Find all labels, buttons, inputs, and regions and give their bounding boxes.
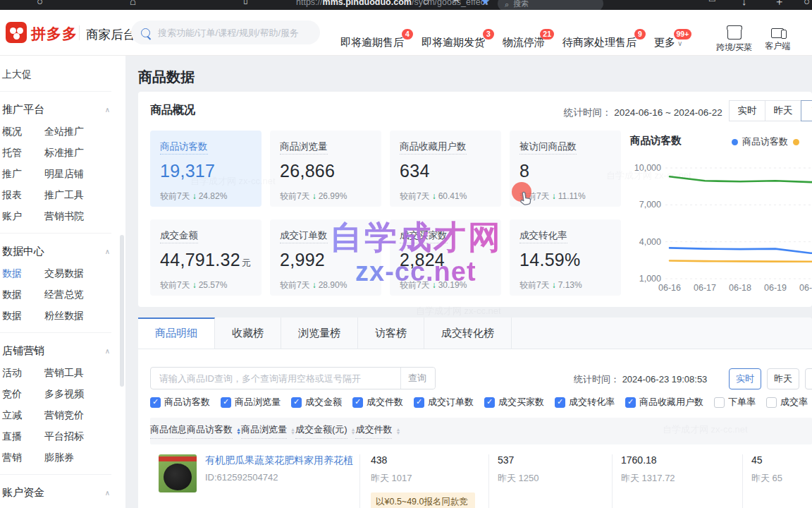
- browser-search-pill[interactable]: ⌕搜索: [498, 0, 603, 10]
- header-nav-item[interactable]: 更多∨ 99+: [654, 36, 682, 49]
- sidebar-item-left[interactable]: 数据: [2, 305, 44, 326]
- table-header-cell[interactable]: 成交件数 ▲▼: [355, 418, 400, 445]
- browser-profile-icon[interactable]: ○: [804, 0, 810, 7]
- sidebar-item-left[interactable]: 报表: [2, 184, 44, 205]
- product-title-link[interactable]: 有机肥瓜果蔬菜花肥料家用养花植...: [205, 454, 353, 467]
- metric-checkbox-item[interactable]: 成交订单数: [414, 395, 474, 409]
- sidebar-item-right[interactable]: 交易数据: [44, 262, 125, 284]
- header-nav-item[interactable]: 待商家处理售后 9: [562, 36, 636, 49]
- period-button[interactable]: 7天: [805, 368, 812, 389]
- period-button[interactable]: 7天: [801, 100, 812, 121]
- stat-card[interactable]: 商品访客数 19,317 较前7天↓24.82%: [150, 131, 262, 207]
- period-button[interactable]: 昨天: [765, 100, 801, 121]
- sidebar-item-right[interactable]: 推广工具: [44, 184, 125, 205]
- legend-item[interactable]: [793, 139, 804, 145]
- browser-extension-icon[interactable]: ○: [423, 0, 429, 7]
- sort-caret-icon[interactable]: ▲▼: [395, 428, 400, 435]
- detail-tab[interactable]: 浏览量榜: [281, 318, 358, 349]
- stat-card[interactable]: 成交订单数 2,992 较前7天↓28.90%: [270, 219, 381, 296]
- sidebar-item-right[interactable]: 营销书院: [44, 205, 125, 226]
- stat-card[interactable]: 成交金额 44,791.32元 较前7天↓25.57%: [150, 219, 262, 296]
- sidebar-item-left[interactable]: 直播: [2, 425, 44, 447]
- product-id-search-input[interactable]: [150, 367, 436, 389]
- table-header-cell[interactable]: 成交金额(元) ▲▼: [295, 418, 356, 445]
- checkbox-icon[interactable]: [291, 397, 302, 408]
- sidebar-scrollbar[interactable]: [120, 235, 124, 387]
- checkbox-icon[interactable]: [221, 397, 231, 408]
- metric-checkbox-item[interactable]: 成交率: [766, 395, 808, 409]
- browser-home-icon[interactable]: ⌂: [130, 0, 136, 7]
- sidebar-item-right[interactable]: 标准推广: [44, 142, 125, 163]
- sidebar-section-title[interactable]: 推广平台 ∧: [2, 98, 125, 121]
- quick-item-crossborder[interactable]: 跨境/买菜: [716, 25, 752, 54]
- header-search[interactable]: [131, 20, 320, 44]
- table-header-cell[interactable]: 商品信息: [150, 418, 187, 445]
- sidebar-item-right[interactable]: 营销工具: [44, 362, 125, 383]
- checkbox-icon[interactable]: [352, 397, 363, 408]
- sidebar-item-right[interactable]: 膨胀券: [44, 447, 125, 468]
- sidebar-item-right[interactable]: 经营总览: [44, 284, 125, 305]
- quick-item-client[interactable]: 客户端: [763, 25, 792, 54]
- table-header-cell[interactable]: 商品浏览量 ▲▼: [241, 418, 295, 445]
- sidebar-item-right[interactable]: 营销竞价: [44, 404, 125, 425]
- sidebar-item-left[interactable]: 推广: [2, 163, 44, 184]
- detail-tab[interactable]: 访客榜: [358, 318, 424, 349]
- header-search-input[interactable]: [156, 27, 310, 39]
- period-button[interactable]: 实时: [729, 368, 761, 389]
- chevron-up-icon[interactable]: ∧: [105, 248, 110, 255]
- metric-checkbox-item[interactable]: 成交买家数: [484, 395, 544, 409]
- header-nav-item[interactable]: 即将逾期售后 4: [340, 36, 404, 49]
- stat-card[interactable]: 成交买家数 2,824 较前7天↓30.19%: [390, 219, 501, 296]
- checkbox-icon[interactable]: [150, 397, 161, 408]
- metric-checkbox-item[interactable]: 商品浏览量: [221, 395, 281, 409]
- checkbox-icon[interactable]: [484, 397, 495, 408]
- sidebar-item-left[interactable]: 竞价: [2, 383, 44, 404]
- checkbox-icon[interactable]: [625, 397, 636, 408]
- chevron-up-icon[interactable]: ∧: [105, 489, 110, 497]
- quick-item-rules[interactable]: 规: [803, 25, 812, 54]
- sidebar-item-left[interactable]: 托管: [2, 142, 44, 163]
- metric-checkbox-item[interactable]: 成交转化率: [555, 395, 615, 409]
- detail-tab[interactable]: 成交转化榜: [424, 318, 512, 349]
- legend-item[interactable]: 商品访客数: [732, 135, 788, 148]
- detail-tab[interactable]: 收藏榜: [215, 318, 281, 349]
- promo-tag[interactable]: 以¥0.5~49.0报名同款竞价: [371, 492, 475, 508]
- sidebar-item-left[interactable]: 账户: [2, 205, 44, 226]
- sidebar-section-title[interactable]: 账户资金 ∧: [2, 481, 125, 504]
- period-button[interactable]: 昨天: [767, 368, 799, 389]
- chevron-up-icon[interactable]: ∧: [105, 347, 110, 355]
- pinduoduo-logo-icon[interactable]: [6, 22, 27, 43]
- metric-checkbox-item[interactable]: 下单率: [714, 395, 756, 409]
- sidebar-item-left[interactable]: 营销: [2, 447, 44, 468]
- sort-caret-icon[interactable]: ▲▼: [290, 428, 295, 435]
- sidebar-section-title[interactable]: 数据中心 ∧: [2, 240, 125, 262]
- metric-checkbox-item[interactable]: 成交件数: [352, 395, 403, 409]
- product-thumbnail[interactable]: [159, 454, 197, 492]
- browser-page-icon[interactable]: ▯: [243, 0, 248, 5]
- sidebar-item-right[interactable]: 明星店铺: [44, 163, 125, 184]
- stat-card[interactable]: 成交转化率 14.59% 较前7天↓7.13%: [510, 219, 621, 296]
- chevron-up-icon[interactable]: ∧: [105, 106, 110, 114]
- header-nav-item[interactable]: 物流停滞 21: [503, 36, 545, 49]
- detail-tab[interactable]: 商品明细: [138, 318, 215, 349]
- sidebar-item-left[interactable]: 数据: [2, 262, 44, 284]
- browser-add-icon[interactable]: ＋: [774, 0, 785, 8]
- sidebar-item-left[interactable]: 立减: [2, 404, 44, 425]
- period-button[interactable]: 实时: [729, 100, 765, 121]
- checkbox-icon[interactable]: [414, 397, 424, 408]
- sort-caret-icon[interactable]: ▲▼: [236, 428, 241, 435]
- stat-card[interactable]: 商品浏览量 26,866 较前7天↓26.99%: [270, 131, 381, 207]
- header-nav-item[interactable]: 即将逾期发货 3: [422, 36, 485, 49]
- sidebar-item-right[interactable]: 平台招标: [44, 425, 125, 447]
- query-button[interactable]: 查询: [400, 368, 435, 389]
- sidebar-item-left[interactable]: 数据: [2, 284, 44, 305]
- metric-checkbox-item[interactable]: 商品访客数: [150, 395, 210, 409]
- browser-font-icon[interactable]: A: [453, 0, 459, 5]
- stat-card[interactable]: 商品收藏用户数 634 较前7天↓60.41%: [390, 131, 501, 207]
- browser-download-icon[interactable]: ↓: [742, 0, 747, 7]
- sidebar-item-right[interactable]: 全站推广: [44, 121, 125, 142]
- browser-reload-icon[interactable]: ○: [37, 0, 43, 7]
- sidebar-item-dacu[interactable]: 上大促: [2, 64, 125, 85]
- browser-panel-icon[interactable]: ▭: [708, 0, 715, 4]
- sidebar-item-left[interactable]: 活动: [2, 362, 44, 383]
